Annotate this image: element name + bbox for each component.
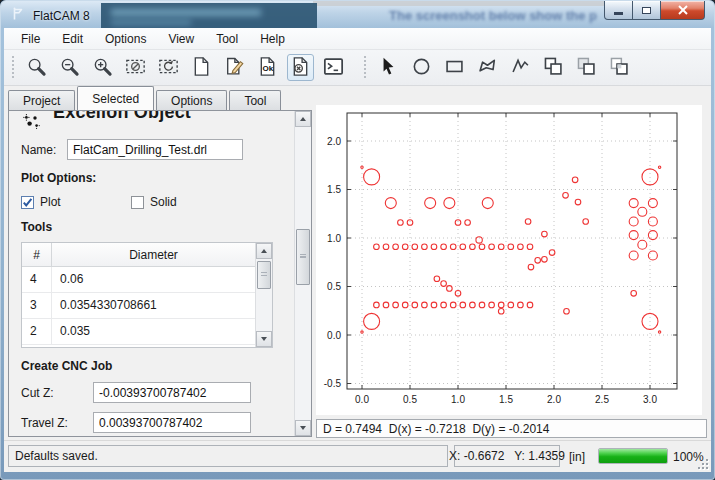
tab-bar: ProjectSelectedOptionsTool — [8, 86, 283, 110]
menu-help[interactable]: Help — [249, 29, 296, 49]
scroll-up-button[interactable] — [295, 111, 311, 127]
scroll-down-button[interactable] — [295, 420, 311, 436]
table-row[interactable]: 30.0354330708661 — [22, 293, 255, 319]
tab-options[interactable]: Options — [156, 90, 227, 110]
title-bar[interactable]: The screenshot below show the p FlatCAM … — [1, 1, 714, 28]
status-message-box: Defaults saved. — [8, 445, 448, 467]
selected-tab-panel: Excellon Object Name: Plot Options: Plot… — [8, 110, 312, 437]
table-header-row: #Diameter — [22, 243, 255, 267]
replot-button[interactable] — [155, 54, 182, 81]
shell-button[interactable] — [320, 54, 347, 81]
scrollbar-thumb[interactable] — [257, 261, 271, 289]
column-header[interactable]: # — [22, 243, 52, 266]
menu-bar: FileEditOptionsViewToolHelp — [4, 28, 711, 50]
cnc-job-label: Create CNC Job — [21, 359, 294, 373]
tool-number-cell: 4 — [22, 267, 52, 292]
zoom-out-icon — [59, 56, 80, 80]
svg-text:0.5: 0.5 — [327, 281, 341, 292]
excellon-object-icon — [23, 113, 41, 134]
field-input-cut-z[interactable] — [93, 382, 251, 403]
svg-text:1.5: 1.5 — [327, 184, 341, 195]
window-content: FileEditOptionsViewToolHelp Ok ProjectSe… — [4, 28, 711, 472]
delete-file-button[interactable] — [287, 54, 314, 81]
menu-edit[interactable]: Edit — [51, 29, 94, 49]
field-label: Travel Z: — [21, 416, 93, 430]
panel-scrollbar[interactable] — [294, 111, 311, 436]
tools-table-scrollbar[interactable] — [255, 243, 272, 347]
menu-file[interactable]: File — [10, 29, 51, 49]
minimize-icon — [614, 12, 623, 15]
checkbox-label: Plot — [40, 195, 61, 209]
subtract-tool-icon — [576, 56, 597, 80]
restore-button[interactable] — [633, 1, 660, 20]
tab-selected[interactable]: Selected — [77, 86, 154, 110]
glass-background-panel — [101, 3, 317, 28]
circle-tool-button[interactable] — [408, 54, 435, 81]
unchecked-checkbox-icon — [131, 196, 144, 209]
zoom-out-button[interactable] — [56, 54, 83, 81]
resize-grip[interactable] — [696, 457, 709, 470]
pointer-button[interactable] — [375, 54, 402, 81]
union-tool-button[interactable] — [540, 54, 567, 81]
clear-plot-button[interactable] — [122, 54, 149, 81]
minimize-button[interactable] — [604, 1, 633, 20]
subtract-tool-button[interactable] — [573, 54, 600, 81]
svg-text:1.0: 1.0 — [451, 394, 465, 405]
menu-tool[interactable]: Tool — [205, 29, 249, 49]
polygon-tool-button[interactable] — [474, 54, 501, 81]
svg-text:0.0: 0.0 — [327, 330, 341, 341]
tab-project[interactable]: Project — [8, 90, 75, 110]
name-input[interactable] — [67, 139, 243, 160]
scroll-down-button[interactable] — [256, 331, 272, 347]
menu-options[interactable]: Options — [94, 29, 157, 49]
field-input-travel-z[interactable] — [93, 412, 251, 433]
zoom-in-icon — [92, 56, 113, 80]
intersect-tool-icon — [609, 56, 630, 80]
zoom-in-button[interactable] — [89, 54, 116, 81]
panel-title: Excellon Object — [53, 111, 191, 123]
tool-number-cell: 2 — [22, 319, 52, 344]
svg-text:3.0: 3.0 — [643, 394, 657, 405]
edit-file-button[interactable] — [221, 54, 248, 81]
tool-number-cell: 3 — [22, 293, 52, 318]
checkbox-label: Solid — [150, 195, 177, 209]
table-row[interactable]: 20.035 — [22, 319, 255, 345]
svg-text:0.0: 0.0 — [355, 394, 369, 405]
field-row: Travel Z: — [21, 412, 294, 433]
rectangle-tool-button[interactable] — [441, 54, 468, 81]
column-header[interactable]: Diameter — [52, 243, 255, 266]
cnc-fields-group: Cut Z:Travel Z:Feed rate: — [21, 382, 294, 436]
svg-text:-0.5: -0.5 — [324, 378, 342, 389]
svg-text:1.0: 1.0 — [327, 233, 341, 244]
zoom-fit-button[interactable] — [23, 54, 50, 81]
svg-text:2.5: 2.5 — [595, 394, 609, 405]
new-file-button[interactable] — [188, 54, 215, 81]
pointer-icon — [378, 56, 399, 80]
progress-fill — [599, 449, 667, 463]
scrollbar-thumb[interactable] — [296, 229, 310, 285]
shell-icon — [323, 56, 344, 80]
path-tool-button[interactable] — [507, 54, 534, 81]
toolbar-drag-handle[interactable] — [10, 56, 15, 80]
checkbox-solid[interactable]: Solid — [131, 195, 241, 209]
close-button[interactable] — [660, 1, 705, 20]
menu-view[interactable]: View — [157, 29, 205, 49]
coordinates-readout: X: -0.6672 Y: 1.4359 — [454, 445, 560, 467]
checkbox-plot[interactable]: Plot — [21, 195, 131, 209]
toolbar-drag-handle[interactable] — [362, 56, 367, 80]
glass-background-strip — [313, 1, 613, 6]
replot-icon — [158, 56, 179, 80]
ok-file-icon: Ok — [257, 56, 278, 80]
name-label: Name: — [21, 143, 59, 157]
progress-bar — [598, 448, 668, 464]
scroll-up-button[interactable] — [256, 243, 272, 259]
measurement-readout: D = 0.7494 D(x) = -0.7218 D(y) = -0.2014 — [323, 422, 549, 436]
table-row[interactable]: 40.06 — [22, 267, 255, 293]
plot-options-label: Plot Options: — [21, 171, 294, 185]
restore-icon — [642, 7, 651, 14]
tab-tool[interactable]: Tool — [229, 90, 281, 110]
plot-canvas[interactable]: 0.00.51.01.52.02.53.0-0.50.00.51.01.52.0 — [316, 105, 702, 415]
intersect-tool-button[interactable] — [606, 54, 633, 81]
ok-file-button[interactable]: Ok — [254, 54, 281, 81]
window-title: FlatCAM 8 — [33, 9, 90, 23]
